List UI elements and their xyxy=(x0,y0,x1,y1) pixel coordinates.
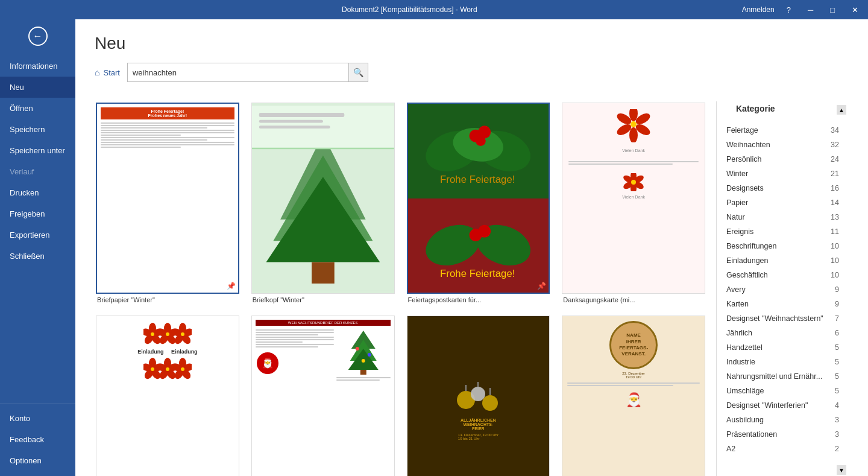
sidebar-item-optionen[interactable]: Optionen xyxy=(0,450,75,471)
category-count: 5 xyxy=(835,358,839,366)
category-sidebar: Kategorie ▲ Feiertage 34 Weihnachten 32 … xyxy=(716,101,849,476)
sidebar-item-drucken[interactable]: Drucken xyxy=(0,182,75,203)
category-scroll-up[interactable]: ▲ xyxy=(837,105,846,115)
template-thumb: ALLJÄHRLICHENWEIHNACHTS-FEIER 13. Dezemb… xyxy=(407,316,550,476)
sidebar-item-informationen[interactable]: Informationen xyxy=(0,56,75,77)
category-item-umschlaege[interactable]: Umschläge 5 xyxy=(717,384,849,398)
category-item-feiertage[interactable]: Feiertage 34 xyxy=(717,123,849,138)
restore-button[interactable]: □ xyxy=(825,4,840,16)
back-button[interactable]: ← xyxy=(24,22,52,51)
main-layout: ← Informationen Neu Öffnen Speichern Spe… xyxy=(0,19,868,476)
home-icon: ⌂ xyxy=(95,68,99,77)
category-count: 4 xyxy=(835,401,839,410)
category-item-designset-weihnachtsstern[interactable]: Designset "Weihnachtsstern" 7 xyxy=(717,311,849,326)
category-label: Designset "Winterferien" xyxy=(726,401,808,410)
sidebar-item-verlauf: Verlauf xyxy=(0,161,75,182)
template-preview xyxy=(252,103,394,293)
category-item-karten[interactable]: Karten 9 xyxy=(717,297,849,311)
sidebar-item-neu[interactable]: Neu xyxy=(0,77,75,98)
minimize-button[interactable]: ─ xyxy=(803,4,818,16)
template-card-handzettel[interactable]: NAMEIHRERFEIER­TAGS-VER­ANST. 23. Dezemb… xyxy=(561,314,706,476)
category-item-ereignis[interactable]: Ereignis 11 xyxy=(717,224,849,239)
template-preview: ALLJÄHRLICHENWEIHNACHTS-FEIER 13. Dezemb… xyxy=(407,316,550,476)
category-count: 10 xyxy=(831,242,839,250)
signin-button[interactable]: Anmelden xyxy=(742,5,775,14)
sidebar-item-speichern[interactable]: Speichern xyxy=(0,119,75,140)
sidebar-item-schliessen[interactable]: Schließen xyxy=(0,246,75,267)
category-item-ausbildung[interactable]: Ausbildung 3 xyxy=(717,413,849,427)
category-item-designset-winterferien[interactable]: Designset "Winterferien" 4 xyxy=(717,398,849,413)
category-label: Präsentationen xyxy=(726,430,777,439)
template-thumb: Vielen Dank xyxy=(562,103,705,294)
template-thumb: WEIHNACHTSRUNDBRIEF DER KUNZES xyxy=(251,316,395,476)
category-item-avery[interactable]: Avery 9 xyxy=(717,282,849,297)
category-item-persoenlich[interactable]: Persönlich 24 xyxy=(717,152,849,167)
template-thumb: Einladung Einladung xyxy=(96,316,239,476)
template-card-danksagungskarte[interactable]: Vielen Dank xyxy=(561,101,706,305)
sidebar-item-oeffnen[interactable]: Öffnen xyxy=(0,98,75,119)
category-count: 21 xyxy=(831,170,839,178)
category-item-geschaeftlich[interactable]: Geschäftlich 10 xyxy=(717,268,849,282)
category-item-praesentationen[interactable]: Präsentationen 3 xyxy=(717,427,849,442)
category-list: Feiertage 34 Weihnachten 32 Persönlich 2… xyxy=(717,123,849,464)
sidebar: ← Informationen Neu Öffnen Speichern Spe… xyxy=(0,19,75,476)
category-item-beschriftungen[interactable]: Beschriftungen 10 xyxy=(717,239,849,253)
category-item-winter[interactable]: Winter 21 xyxy=(717,167,849,181)
category-item-weihnachten[interactable]: Weihnachten 32 xyxy=(717,138,849,152)
search-input[interactable] xyxy=(128,63,348,81)
category-item-natur[interactable]: Natur 13 xyxy=(717,210,849,224)
svg-point-18 xyxy=(471,218,536,273)
category-label: Feiertage xyxy=(726,126,758,135)
sidebar-item-konto[interactable]: Konto xyxy=(0,408,75,429)
category-count: 6 xyxy=(835,329,839,337)
sidebar-bottom: Konto Feedback Optionen xyxy=(0,400,75,476)
template-card-weihnachtsfeier[interactable]: ALLJÄHRLICHENWEIHNACHTS-FEIER 13. Dezemb… xyxy=(406,314,552,476)
svg-point-35 xyxy=(631,180,636,185)
category-label: Jährlich xyxy=(726,329,752,337)
template-card-feiertagspostkarten[interactable]: Frohe Feiertage! Frohe F xyxy=(406,101,552,305)
sidebar-item-exportieren[interactable]: Exportieren xyxy=(0,224,75,246)
search-button[interactable]: 🔍 xyxy=(348,63,368,81)
category-scroll-down[interactable]: ▼ xyxy=(837,465,846,475)
sidebar-item-freigeben[interactable]: Freigeben xyxy=(0,203,75,224)
pin-icon: 📌 xyxy=(537,282,546,290)
template-preview: Frohe Feiertage! Frohe F xyxy=(408,104,549,293)
template-card-briefpapier-winter[interactable]: Frohe Feiertage!Frohes neues Jahr! xyxy=(95,101,241,305)
category-item-jaehrlich[interactable]: Jährlich 6 xyxy=(717,326,849,340)
sidebar-item-feedback[interactable]: Feedback xyxy=(0,429,75,450)
category-label: Karten xyxy=(726,300,749,308)
category-count: 5 xyxy=(835,372,839,381)
category-item-handzettel[interactable]: Handzettel 5 xyxy=(717,340,849,355)
titlebar: Dokument2 [Kompatibilitätsmodus] - Word … xyxy=(0,0,868,19)
category-item-einladungen[interactable]: Einladungen 10 xyxy=(717,253,849,268)
category-label: A2 xyxy=(726,445,735,453)
home-link[interactable]: ⌂ Start xyxy=(95,68,120,77)
search-bar: ⌂ Start 🔍 xyxy=(95,63,849,82)
category-count: 3 xyxy=(835,416,839,424)
category-label: Geschäftlich xyxy=(726,271,768,279)
sidebar-divider xyxy=(0,404,75,404)
home-label: Start xyxy=(103,68,119,77)
template-label: Danksagungskarte (mi... xyxy=(562,294,705,303)
category-item-nahrungsmittel[interactable]: Nahrungsmittel und Ernähr... 5 xyxy=(717,369,849,384)
svg-point-71 xyxy=(181,367,184,371)
close-button[interactable]: ✕ xyxy=(847,4,863,16)
category-label: Ereignis xyxy=(726,227,753,236)
category-item-a2[interactable]: A2 2 xyxy=(717,442,849,456)
template-preview: Vielen Dank xyxy=(562,103,705,293)
template-card-rundbrief[interactable]: WEIHNACHTSRUNDBRIEF DER KUNZES xyxy=(250,314,396,476)
category-item-papier[interactable]: Papier 14 xyxy=(717,195,849,210)
category-count: 5 xyxy=(835,343,839,352)
svg-point-53 xyxy=(181,332,184,336)
svg-point-17 xyxy=(420,218,486,273)
category-item-industrie[interactable]: Industrie 5 xyxy=(717,355,849,369)
help-button[interactable]: ? xyxy=(782,4,796,16)
template-label: Briefkopf "Winter" xyxy=(251,294,395,303)
category-count: 32 xyxy=(831,141,839,149)
category-item-designsets[interactable]: Designsets 16 xyxy=(717,181,849,195)
sidebar-item-speichern-unter[interactable]: Speichern unter xyxy=(0,140,75,161)
template-card-einladung-feier[interactable]: Einladung Einladung xyxy=(95,314,241,476)
category-label: Ausbildung xyxy=(726,416,764,424)
template-card-briefkopf-winter[interactable]: Briefkopf "Winter" xyxy=(250,101,396,305)
svg-text:🎅: 🎅 xyxy=(262,357,274,369)
